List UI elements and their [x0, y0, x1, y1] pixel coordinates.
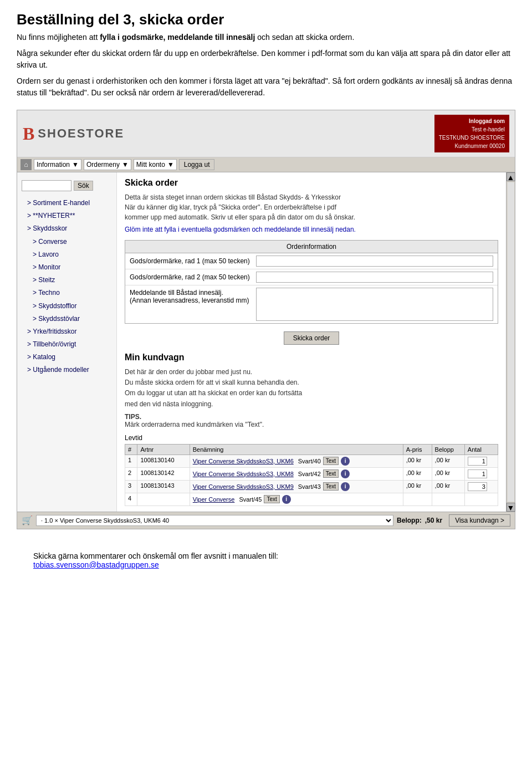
sidebar-item-sortiment[interactable]: > Sortiment E-handel — [17, 197, 116, 210]
sidebar-item-utgaende[interactable]: > Utgående modeller — [17, 364, 116, 376]
search-input[interactable] — [22, 180, 71, 191]
sidebar-link-skyddsstovlar: > Skyddsstövlar — [33, 315, 80, 323]
sidebar-item-techno[interactable]: > Techno — [17, 287, 116, 299]
bottom-cart-select[interactable]: · 1.0 × Viper Converse SkyddsskoS3, UKM6… — [36, 515, 393, 526]
sidebar-link-sortiment: > Sortiment E-handel — [27, 199, 90, 207]
main-content: Skicka order Detta är sista steget innan… — [117, 172, 506, 512]
sidebar-link-katalog: > Katalog — [27, 353, 55, 361]
field1-input[interactable] — [256, 256, 493, 267]
cell-artnr: 1008130140 — [137, 455, 190, 467]
scroll-down-btn[interactable]: ▼ — [507, 503, 515, 512]
cell-artnr: 1008130143 — [137, 480, 190, 493]
nav-bar: ⌂ Information ▼ Ordermeny ▼ Mitt konto ▼… — [17, 157, 515, 172]
sidebar-item-monitor[interactable]: > Monitor — [17, 261, 116, 274]
cart-table: # Artnr Benämning A-pris Belopp Antal 11… — [125, 444, 498, 506]
cell-apris: ,00 kr — [403, 480, 432, 493]
sidebar-item-skyddsskor[interactable]: > Skyddsskor — [17, 222, 116, 235]
mitt-konto-dropdown[interactable]: Mitt konto ▼ — [134, 159, 177, 170]
sidebar-link-skyddsskor: > Skyddsskor — [27, 224, 67, 232]
page-wrapper: Beställning del 3, skicka order Nu finns… — [0, 0, 532, 597]
sidebar-item-skyddsstovlar[interactable]: > Skyddsstövlar — [17, 313, 116, 325]
sidebar: Sök > Sortiment E-handel > **NYHETER** >… — [17, 172, 117, 512]
send-order-title: Skicka order — [125, 178, 498, 188]
browser-frame: B SHOESTORE Inloggad som Test e-handel T… — [17, 110, 515, 529]
message-textarea[interactable] — [256, 288, 493, 321]
cell-antal — [464, 480, 498, 493]
cell-belopp: ,00 kr — [432, 467, 464, 480]
text-button[interactable]: Text — [323, 469, 339, 478]
send-order-desc: Detta är sista steget innan ordern skick… — [125, 192, 498, 222]
tips-text: TIPS. Märk orderraderna med kundmärken v… — [125, 413, 498, 428]
col-num: # — [125, 444, 137, 455]
cell-apris: ,00 kr — [403, 455, 432, 467]
visa-kundvagn-button[interactable]: Visa kundvagn > — [449, 514, 510, 527]
sidebar-item-yrke[interactable]: > Yrke/fritidsskor — [17, 325, 116, 338]
cell-num: 3 — [125, 480, 137, 493]
info-icon[interactable]: i — [341, 482, 350, 491]
shop-header: B SHOESTORE Inloggad som Test e-handel T… — [17, 110, 515, 157]
login-customer-no: Kundnummer 00020 — [439, 142, 505, 150]
field2-input[interactable] — [256, 272, 493, 283]
home-icon[interactable]: ⌂ — [21, 159, 32, 170]
login-label: Inloggad som — [439, 117, 505, 125]
information-dropdown[interactable]: Information ▼ — [34, 159, 81, 170]
info-icon[interactable]: i — [341, 469, 350, 478]
textarea-label: Meddelande till Båstad innesälj. (Annan … — [130, 288, 252, 304]
cell-belopp — [432, 493, 464, 506]
main-layout: Sök > Sortiment E-handel > **NYHETER** >… — [17, 172, 515, 512]
search-button[interactable]: Sök — [74, 181, 93, 191]
text-button[interactable]: Text — [264, 495, 279, 503]
field1-label: Gods/ordermärke, rad 1 (max 50 tecken) — [130, 257, 252, 265]
scroll-track — [508, 182, 514, 502]
belopp-value: ,50 kr — [425, 517, 442, 524]
cell-benamning: Viper Converse SkyddsskoS3, UKM6 Svart/4… — [190, 455, 403, 467]
sidebar-item-steitz[interactable]: > Steitz — [17, 274, 116, 287]
scroll-up-btn[interactable]: ▲ — [507, 172, 515, 181]
sidebar-item-katalog[interactable]: > Katalog — [17, 351, 116, 364]
sidebar-item-skyddstofflor[interactable]: > Skyddstofflor — [17, 300, 116, 313]
info-icon[interactable]: i — [341, 457, 350, 466]
cart-title: Min kundvagn — [125, 353, 498, 362]
product-name-link[interactable]: Viper Converse SkyddsskoS3, UKM8 — [193, 471, 294, 477]
sidebar-link-utgaende: > Utgående modeller — [27, 366, 89, 374]
chevron-down-icon3: ▼ — [167, 161, 174, 169]
sidebar-link-nyheter: > **NYHETER** — [27, 212, 75, 219]
send-order-highlight: Glöm inte att fylla i eventuella godsmär… — [125, 226, 498, 233]
table-row: 31008130143 Viper Converse SkyddsskoS3, … — [125, 480, 498, 493]
cell-benamning: Viper Converse SkyddsskoS3, UKM9 Svart/4… — [190, 480, 403, 493]
footer-email-link[interactable]: tobias.svensson@bastadgruppen.se — [33, 560, 159, 569]
cell-belopp: ,00 kr — [432, 480, 464, 493]
qty-input[interactable] — [468, 457, 487, 466]
sidebar-item-lavoro[interactable]: > Lavoro — [17, 248, 116, 261]
sidebar-item-converse[interactable]: > Converse — [17, 236, 116, 248]
col-antal: Antal — [464, 444, 498, 455]
product-name-link[interactable]: Viper Converse — [193, 496, 235, 503]
text-button[interactable]: Text — [323, 457, 339, 465]
textarea-row: Meddelande till Båstad innesälj. (Annan … — [125, 285, 498, 323]
text-button[interactable]: Text — [323, 482, 339, 491]
info-icon[interactable]: i — [282, 495, 291, 504]
product-name-link[interactable]: Viper Converse SkyddsskoS3, UKM6 — [193, 458, 294, 464]
logga-ut-button[interactable]: Logga ut — [179, 159, 215, 170]
cell-artnr: 1008130142 — [137, 467, 190, 480]
sidebar-item-nyheter[interactable]: > **NYHETER** — [17, 210, 116, 222]
intro-para2: Ordern ser du genast i orderhistoriken o… — [17, 75, 515, 99]
sidebar-nav: > Sortiment E-handel > **NYHETER** > Sky… — [17, 195, 116, 379]
belopp-label: Belopp: — [397, 517, 422, 524]
table-row: 11008130140 Viper Converse SkyddsskoS3, … — [125, 455, 498, 467]
field2-label: Gods/ordermärke, rad 2 (max 50 tecken) — [130, 273, 252, 281]
table-row: 21008130142 Viper Converse SkyddsskoS3, … — [125, 467, 498, 480]
qty-input[interactable] — [468, 469, 487, 478]
product-name-link[interactable]: Viper Converse SkyddsskoS3, UKM9 — [193, 483, 294, 490]
qty-input[interactable] — [468, 482, 487, 491]
search-area: Sök — [17, 177, 116, 195]
cell-antal — [464, 455, 498, 467]
cell-num: 2 — [125, 467, 137, 480]
send-order-button[interactable]: Skicka order — [284, 331, 340, 345]
scrollbar[interactable]: ▲ ▼ — [506, 172, 515, 512]
ordermeny-dropdown[interactable]: Ordermeny ▼ — [84, 159, 131, 170]
sidebar-item-tillbehor[interactable]: > Tillbehör/övrigt — [17, 338, 116, 351]
sidebar-link-techno: > Techno — [33, 289, 60, 297]
cell-artnr — [137, 493, 190, 506]
col-belopp: Belopp — [432, 444, 464, 455]
